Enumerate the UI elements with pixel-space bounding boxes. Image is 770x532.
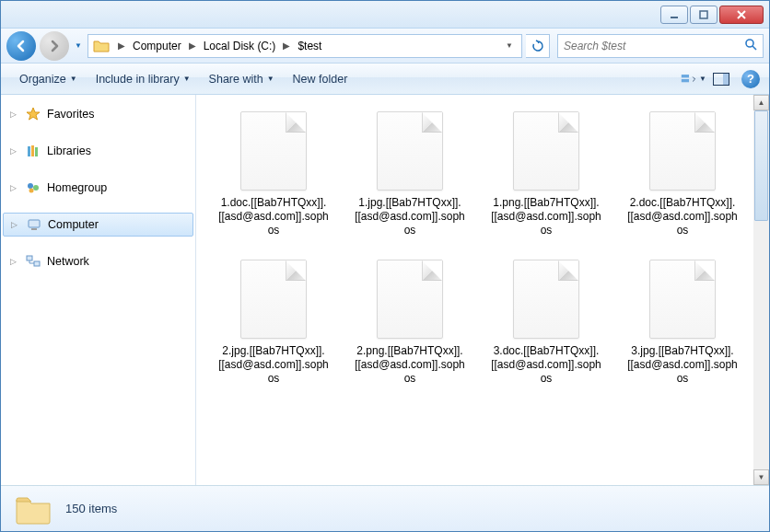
svg-rect-15	[27, 256, 32, 260]
svg-point-12	[29, 189, 34, 193]
file-item[interactable]: 1.doc.[[Bab7HTQxx]].[[asd@asd.com]].soph…	[216, 111, 331, 237]
sidebar-item-homegroup[interactable]: ▷ Homegroup	[1, 176, 195, 200]
star-icon	[25, 106, 41, 122]
sidebar-item-label: Network	[47, 255, 89, 268]
breadcrumb-current[interactable]: $test	[296, 35, 323, 57]
sidebar-item-label: Libraries	[47, 145, 91, 157]
sidebar-item-libraries[interactable]: ▷ Libraries	[1, 139, 195, 163]
sidebar-item-label: Computer	[48, 218, 99, 231]
organize-label: Organize	[19, 73, 66, 86]
file-icon	[240, 260, 307, 339]
folder-icon	[92, 38, 111, 54]
file-name-label: 3.jpg.[[Bab7HTQxx]].[[asd@asd.com]].soph…	[625, 344, 740, 386]
svg-rect-16	[34, 261, 40, 266]
new-folder-button[interactable]: New folder	[284, 69, 357, 89]
title-bar	[1, 1, 769, 29]
svg-rect-7	[28, 146, 30, 156]
expand-icon[interactable]: ▷	[10, 257, 19, 266]
search-box[interactable]	[557, 34, 764, 58]
include-library-button[interactable]: Include in library▼	[87, 69, 200, 89]
file-icon	[377, 111, 443, 191]
navigation-pane: ▷ Favorites ▷ Libraries ▷ Homegroup ▷ Co…	[1, 95, 196, 485]
chevron-down-icon: ▼	[70, 75, 77, 83]
file-name-label: 1.png.[[Bab7HTQxx]].[[asd@asd.com]].soph…	[489, 196, 603, 237]
command-toolbar: Organize▼ Include in library▼ Share with…	[1, 64, 769, 95]
svg-rect-0	[671, 17, 678, 18]
search-icon[interactable]	[744, 38, 757, 54]
scroll-down-button[interactable]: ▼	[753, 469, 769, 485]
libraries-icon	[25, 143, 41, 159]
nav-history-dropdown[interactable]: ▼	[73, 33, 84, 59]
svg-rect-13	[29, 220, 40, 227]
preview-pane-button[interactable]	[708, 68, 734, 90]
file-name-label: 2.jpg.[[Bab7HTQxx]].[[asd@asd.com]].soph…	[216, 344, 331, 386]
sidebar-item-favorites[interactable]: ▷ Favorites	[1, 102, 195, 126]
share-with-button[interactable]: Share with▼	[200, 69, 284, 89]
expand-icon[interactable]: ▷	[10, 110, 19, 119]
file-item[interactable]: 1.jpg.[[Bab7HTQxx]].[[asd@asd.com]].soph…	[353, 111, 467, 237]
svg-rect-14	[31, 228, 37, 230]
chevron-down-icon: ▼	[183, 75, 191, 83]
forward-button[interactable]	[40, 31, 69, 61]
file-item[interactable]: 1.png.[[Bab7HTQxx]].[[asd@asd.com]].soph…	[489, 111, 603, 237]
file-name-label: 3.doc.[[Bab7HTQxx]].[[asd@asd.com]].soph…	[489, 344, 603, 386]
file-item[interactable]: 2.doc.[[Bab7HTQxx]].[[asd@asd.com]].soph…	[625, 111, 740, 237]
file-list-pane[interactable]: 1.doc.[[Bab7HTQxx]].[[asd@asd.com]].soph…	[196, 95, 769, 485]
sidebar-item-label: Favorites	[47, 108, 94, 121]
scroll-up-button[interactable]: ▲	[753, 95, 769, 110]
breadcrumb-separator[interactable]: ▶	[183, 40, 202, 51]
status-bar: 150 items	[1, 485, 769, 531]
svg-point-11	[33, 185, 39, 191]
window-controls	[660, 6, 764, 24]
sidebar-item-network[interactable]: ▷ Network	[1, 249, 195, 273]
svg-rect-4	[682, 79, 689, 82]
close-button[interactable]	[719, 6, 764, 24]
breadcrumb-separator[interactable]: ▶	[112, 40, 131, 51]
refresh-button[interactable]	[526, 34, 550, 58]
item-count-label: 150 items	[65, 502, 117, 515]
file-icon	[513, 260, 579, 339]
file-name-label: 1.doc.[[Bab7HTQxx]].[[asd@asd.com]].soph…	[216, 196, 331, 237]
search-input[interactable]	[564, 40, 744, 52]
expand-icon[interactable]: ▷	[11, 220, 20, 229]
file-icon	[513, 111, 579, 191]
vertical-scrollbar[interactable]: ▲ ▼	[753, 95, 769, 485]
address-bar[interactable]: ▶ Computer ▶ Local Disk (C:) ▶ $test ▼	[88, 34, 522, 58]
expand-icon[interactable]: ▷	[10, 183, 19, 192]
chevron-down-icon: ▼	[699, 75, 706, 83]
navigation-bar: ▼ ▶ Computer ▶ Local Disk (C:) ▶ $test ▼	[1, 29, 769, 64]
help-button[interactable]: ?	[741, 70, 760, 88]
scroll-thumb[interactable]	[754, 110, 768, 221]
sidebar-item-computer[interactable]: ▷ Computer	[3, 213, 193, 237]
file-item[interactable]: 3.doc.[[Bab7HTQxx]].[[asd@asd.com]].soph…	[489, 260, 603, 386]
breadcrumb-localdisk[interactable]: Local Disk (C:)	[202, 35, 278, 57]
svg-point-2	[746, 40, 753, 47]
network-icon	[25, 253, 41, 270]
expand-icon[interactable]: ▷	[10, 146, 19, 156]
file-name-label: 1.jpg.[[Bab7HTQxx]].[[asd@asd.com]].soph…	[353, 196, 467, 237]
svg-rect-9	[35, 147, 38, 156]
breadcrumb-computer[interactable]: Computer	[131, 35, 183, 57]
file-name-label: 2.png.[[Bab7HTQxx]].[[asd@asd.com]].soph…	[353, 344, 467, 386]
file-item[interactable]: 2.png.[[Bab7HTQxx]].[[asd@asd.com]].soph…	[353, 260, 467, 386]
file-item[interactable]: 2.jpg.[[Bab7HTQxx]].[[asd@asd.com]].soph…	[216, 260, 331, 386]
breadcrumb-separator[interactable]: ▶	[277, 40, 296, 51]
explorer-window: ▼ ▶ Computer ▶ Local Disk (C:) ▶ $test ▼…	[0, 0, 770, 532]
homegroup-icon	[25, 179, 41, 196]
minimize-button[interactable]	[660, 6, 688, 24]
view-options-button[interactable]: ▼	[681, 68, 706, 90]
file-icon	[649, 260, 716, 339]
file-icon	[377, 260, 443, 339]
maximize-button[interactable]	[690, 6, 718, 24]
file-item[interactable]: 3.jpg.[[Bab7HTQxx]].[[asd@asd.com]].soph…	[625, 260, 740, 386]
computer-icon	[26, 216, 42, 233]
organize-button[interactable]: Organize▼	[10, 69, 87, 89]
file-name-label: 2.doc.[[Bab7HTQxx]].[[asd@asd.com]].soph…	[625, 196, 740, 237]
svg-rect-8	[31, 145, 34, 156]
address-dropdown[interactable]: ▼	[501, 41, 518, 50]
file-icon	[240, 111, 307, 191]
back-button[interactable]	[6, 31, 36, 61]
svg-point-10	[28, 183, 33, 189]
chevron-down-icon: ▼	[267, 75, 274, 83]
newfolder-label: New folder	[293, 73, 348, 86]
